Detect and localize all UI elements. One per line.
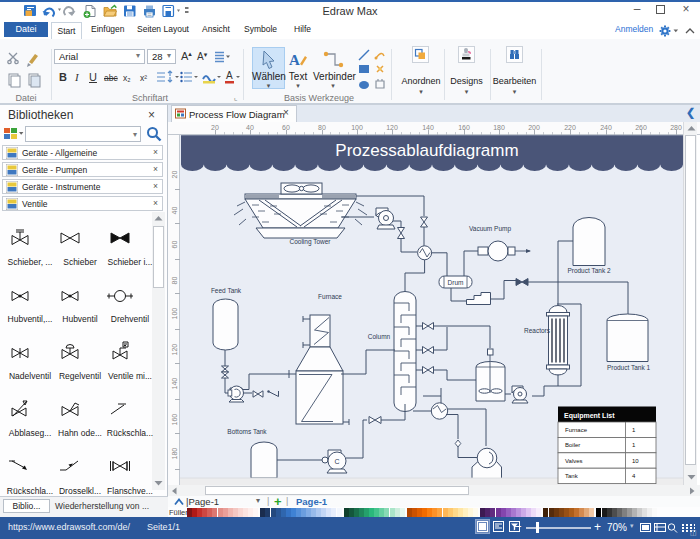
svg-text:Tank: Tank xyxy=(565,473,579,479)
svg-text:Equipment List: Equipment List xyxy=(564,412,615,420)
svg-text:Product Tank 1: Product Tank 1 xyxy=(607,364,651,371)
svg-text:Column: Column xyxy=(368,333,391,340)
svg-text:A: A xyxy=(226,70,233,81)
svg-text:Drum: Drum xyxy=(448,279,464,286)
svg-text:Furnace: Furnace xyxy=(318,293,342,300)
svg-text:Vacuum Pump: Vacuum Pump xyxy=(469,225,512,233)
svg-text:Reactors: Reactors xyxy=(524,327,551,334)
svg-text:Cooling Tower: Cooling Tower xyxy=(289,238,331,246)
svg-text:Valves: Valves xyxy=(565,458,583,464)
svg-text:Product Tank 2: Product Tank 2 xyxy=(567,267,611,274)
svg-text:10: 10 xyxy=(632,458,639,464)
svg-text:Boiler: Boiler xyxy=(565,442,580,448)
svg-text:A: A xyxy=(289,52,300,68)
svg-text:Prozessablaufdiagramm: Prozessablaufdiagramm xyxy=(335,141,518,160)
svg-text:Furnace: Furnace xyxy=(565,427,588,433)
svg-text:C: C xyxy=(334,458,339,465)
svg-text:Feed Tank: Feed Tank xyxy=(211,287,242,294)
svg-text:Bottoms Tank: Bottoms Tank xyxy=(227,428,267,435)
